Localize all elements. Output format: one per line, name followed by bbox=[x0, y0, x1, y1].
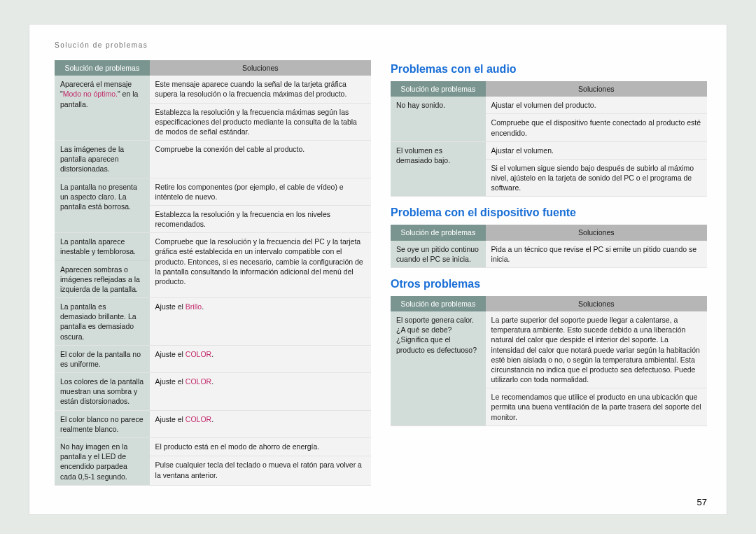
solution-cell: Ajuste el COLOR. bbox=[150, 410, 371, 437]
solution-cell: Establezca la resolución y la frecuencia… bbox=[150, 103, 371, 141]
solution-cell: El producto está en el modo de ahorro de… bbox=[150, 437, 371, 456]
problem-cell: La pantalla no presenta un aspecto claro… bbox=[55, 178, 150, 233]
troubleshoot-table-fuente: Solución de problemas Soluciones Se oye … bbox=[391, 225, 707, 268]
troubleshoot-table-audio: Solución de problemas Soluciones No hay … bbox=[391, 81, 707, 197]
solution-cell: Pida a un técnico que revise el PC si em… bbox=[486, 241, 707, 268]
troubleshoot-table-screen: Solución de problemas Soluciones Aparece… bbox=[55, 60, 371, 486]
header-problems: Solución de problemas bbox=[391, 225, 486, 240]
problem-cell: El color de la pantalla no es uniforme. bbox=[55, 345, 150, 372]
table-row: Aparecerá el mensaje "Modo no óptimo." e… bbox=[55, 76, 371, 103]
section-heading-audio: Problemas con el audio bbox=[391, 63, 707, 76]
page-title: Solución de problemas bbox=[55, 41, 707, 49]
problem-cell: La pantalla es demasiado brillante. La p… bbox=[55, 298, 150, 346]
problem-cell: El color blanco no parece realmente blan… bbox=[55, 410, 150, 437]
table-row: La pantalla es demasiado brillante. La p… bbox=[55, 298, 371, 346]
problem-cell: El volumen es demasiado bajo. bbox=[391, 141, 486, 197]
header-problems: Solución de problemas bbox=[391, 81, 486, 97]
header-solutions: Soluciones bbox=[486, 296, 707, 311]
pink-text: COLOR bbox=[186, 415, 211, 423]
solution-cell: Ajuste el COLOR. bbox=[150, 345, 371, 372]
table-header-row: Solución de problemas Soluciones bbox=[391, 296, 707, 311]
solution-cell: Ajuste el Brillo. bbox=[150, 298, 371, 346]
table-row: La pantalla no presenta un aspecto claro… bbox=[55, 178, 371, 205]
two-column-layout: Solución de problemas Soluciones Aparece… bbox=[55, 60, 707, 496]
table-row: Se oye un pitido continuo cuando el PC s… bbox=[391, 241, 707, 268]
table-row: El color de la pantalla no es uniforme. … bbox=[55, 345, 371, 372]
table-header-row: Solución de problemas Soluciones bbox=[55, 60, 371, 76]
problem-cell: El soporte genera calor. ¿A qué se debe?… bbox=[391, 311, 486, 426]
solution-cell: Compruebe que el dispositivo fuente cone… bbox=[486, 114, 707, 141]
solution-cell: Retire los componentes (por ejemplo, el … bbox=[150, 178, 371, 205]
header-solutions: Soluciones bbox=[486, 81, 707, 97]
header-problems: Solución de problemas bbox=[55, 60, 150, 76]
header-solutions: Soluciones bbox=[486, 225, 707, 240]
solution-cell: Ajustar el volumen del producto. bbox=[486, 97, 707, 114]
table-row: Las imágenes de la pantalla aparecen dis… bbox=[55, 141, 371, 178]
table-row: No hay imagen en la pantalla y el LED de… bbox=[55, 437, 371, 456]
problem-cell: La pantalla aparece inestable y tembloro… bbox=[55, 233, 150, 260]
solution-cell: Pulse cualquier tecla del teclado o muev… bbox=[150, 456, 371, 485]
section-heading-otros: Otros problemas bbox=[391, 278, 707, 290]
solution-cell: Le recomendamos que utilice el producto … bbox=[486, 388, 707, 426]
problem-cell: Aparecen sombras o imágenes reflejadas a… bbox=[55, 260, 150, 298]
table-row: El volumen es demasiado bajo. Ajustar el… bbox=[391, 141, 707, 159]
problem-cell: Las imágenes de la pantalla aparecen dis… bbox=[55, 141, 150, 178]
page-number: 57 bbox=[697, 497, 707, 507]
solution-cell: Ajuste el COLOR. bbox=[150, 373, 371, 411]
pink-text: Brillo bbox=[186, 302, 202, 311]
solution-cell: La parte superior del soporte puede lleg… bbox=[486, 311, 707, 388]
problem-cell: No hay imagen en la pantalla y el LED de… bbox=[55, 437, 150, 485]
solution-cell: Si el volumen sigue siendo bajo después … bbox=[486, 159, 707, 197]
table-header-row: Solución de problemas Soluciones bbox=[391, 225, 707, 240]
header-solutions: Soluciones bbox=[150, 60, 371, 76]
solution-cell: Establezca la resolución y la frecuencia… bbox=[150, 205, 371, 232]
page-sheet: Solución de problemas Solución de proble… bbox=[29, 24, 727, 514]
problem-cell: No hay sonido. bbox=[391, 97, 486, 141]
section-heading-fuente: Problema con el dispositivo fuente bbox=[391, 206, 707, 219]
pink-text: COLOR bbox=[186, 377, 211, 386]
right-column: Problemas con el audio Solución de probl… bbox=[391, 60, 707, 496]
pink-text: Modo no óptimo. bbox=[63, 90, 118, 98]
table-row: El color blanco no parece realmente blan… bbox=[55, 410, 371, 437]
problem-cell: Se oye un pitido continuo cuando el PC s… bbox=[391, 241, 486, 268]
solution-cell: Compruebe la conexión del cable al produ… bbox=[150, 141, 371, 178]
table-row: Los colores de la pantalla muestran una … bbox=[55, 373, 371, 411]
table-row: La pantalla aparece inestable y tembloro… bbox=[55, 233, 371, 260]
solution-cell: Compruebe que la resolución y la frecuen… bbox=[150, 233, 371, 298]
table-header-row: Solución de problemas Soluciones bbox=[391, 81, 707, 97]
solution-cell: Este mensaje aparece cuando la señal de … bbox=[150, 76, 371, 103]
problem-cell: Los colores de la pantalla muestran una … bbox=[55, 373, 150, 411]
header-problems: Solución de problemas bbox=[391, 296, 486, 311]
troubleshoot-table-otros: Solución de problemas Soluciones El sopo… bbox=[391, 296, 707, 426]
table-row: No hay sonido. Ajustar el volumen del pr… bbox=[391, 97, 707, 114]
solution-cell: Ajustar el volumen. bbox=[486, 141, 707, 159]
table-row: El soporte genera calor. ¿A qué se debe?… bbox=[391, 311, 707, 388]
pink-text: COLOR bbox=[186, 350, 211, 358]
left-column: Solución de problemas Soluciones Aparece… bbox=[55, 60, 371, 496]
problem-cell: Aparecerá el mensaje "Modo no óptimo." e… bbox=[55, 76, 150, 140]
page-root: Solución de problemas Solución de proble… bbox=[0, 0, 756, 534]
